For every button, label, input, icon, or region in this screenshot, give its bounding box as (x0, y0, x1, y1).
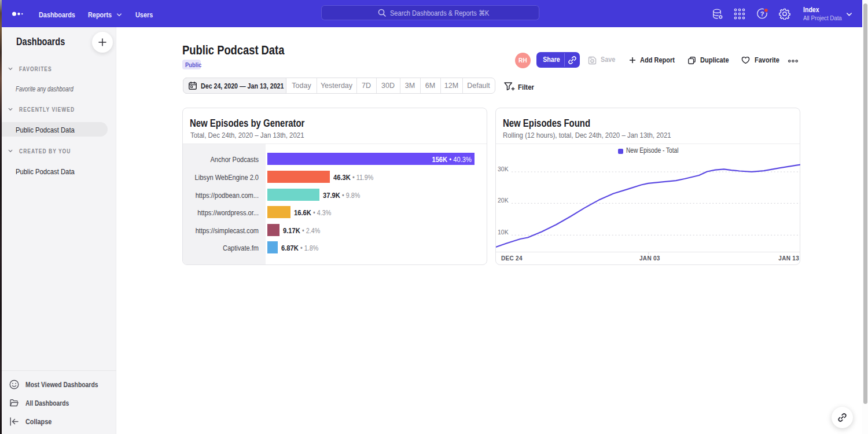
svg-text:JAN 13: JAN 13 (778, 255, 799, 262)
svg-text:JAN 03: JAN 03 (639, 255, 660, 262)
svg-text:?: ? (760, 10, 764, 17)
svg-text:10K: 10K (498, 229, 509, 236)
svg-text:DEC 24: DEC 24 (501, 255, 523, 262)
svg-text:30K: 30K (498, 165, 509, 172)
svg-text:20K: 20K (498, 197, 509, 204)
